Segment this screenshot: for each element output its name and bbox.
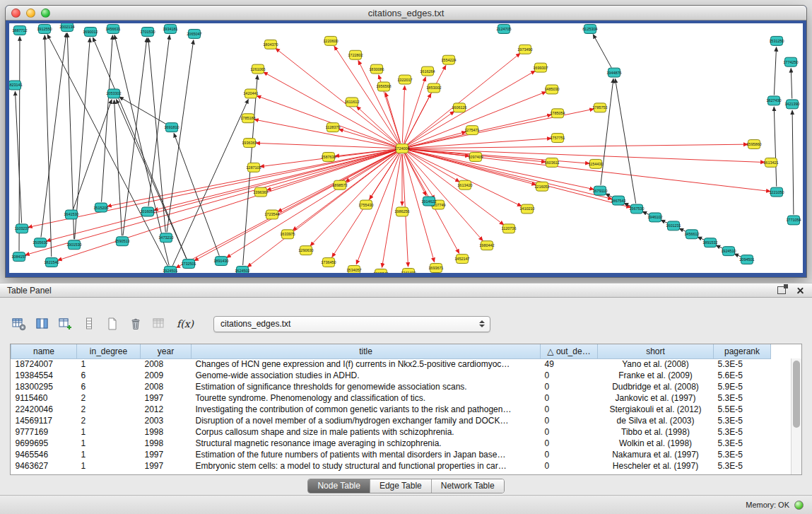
cell-out_degree[interactable]: 0 <box>541 392 598 404</box>
cell-out_degree[interactable]: 0 <box>541 370 598 381</box>
network-node[interactable]: 1128379 <box>326 123 341 132</box>
network-node[interactable]: 2016051 <box>140 207 155 216</box>
network-edge[interactable] <box>407 112 454 146</box>
float-panel-icon[interactable] <box>777 286 786 294</box>
close-panel-icon[interactable] <box>796 286 805 295</box>
cell-year[interactable]: 1998 <box>141 426 192 438</box>
network-node[interactable]: 1505630 <box>33 238 47 247</box>
cell-short[interactable]: Hescheler et al. (1997) <box>598 460 714 472</box>
network-node[interactable]: 2002134 <box>59 23 74 31</box>
network-node[interactable]: 1924501 <box>163 267 177 273</box>
network-edge[interactable] <box>172 100 248 266</box>
cell-out_degree[interactable]: 0 <box>541 404 598 415</box>
cell-name[interactable]: 22420046 <box>11 404 77 415</box>
cell-pagerank[interactable]: 5.9E-5 <box>714 381 771 392</box>
network-node[interactable]: 1732501 <box>181 259 196 269</box>
cell-in_degree[interactable]: 1 <box>77 438 141 449</box>
tab-node-table[interactable]: Node Table <box>308 479 370 493</box>
cell-out_degree[interactable]: 0 <box>541 415 598 426</box>
column-header-title[interactable]: title <box>192 344 541 358</box>
network-node[interactable]: 2053302 <box>106 89 121 98</box>
import-table-icon[interactable] <box>150 315 168 333</box>
network-node[interactable]: 1613420 <box>457 180 472 189</box>
cell-pagerank[interactable]: 5.3E-5 <box>714 438 771 449</box>
cell-in_degree[interactable]: 6 <box>77 381 141 392</box>
network-node[interactable]: 1934181 <box>163 24 177 33</box>
cell-in_degree[interactable]: 1 <box>77 449 141 460</box>
network-node[interactable]: 1986256 <box>394 207 409 216</box>
network-node[interactable]: 1830086 <box>369 64 384 74</box>
network-node[interactable]: 1420441 <box>243 89 258 98</box>
network-edge[interactable] <box>774 107 776 186</box>
title-bar[interactable]: citations_edges.txt <box>6 6 806 21</box>
network-node[interactable]: 1804370 <box>263 40 278 49</box>
network-node[interactable]: 1693671 <box>428 264 443 273</box>
minimize-button[interactable] <box>26 8 35 18</box>
cell-name[interactable]: 18724007 <box>11 358 77 370</box>
network-node[interactable]: 1595860 <box>746 140 761 149</box>
create-column-icon[interactable] <box>57 315 75 333</box>
network-edge[interactable] <box>174 134 219 256</box>
network-node[interactable]: 1613421 <box>763 158 778 167</box>
network-node[interactable]: 2065047 <box>187 29 201 38</box>
cell-title[interactable]: Corpus callosum shape and size in male p… <box>192 426 541 438</box>
network-edge[interactable] <box>310 153 398 246</box>
new-table-icon[interactable] <box>103 315 122 333</box>
network-node[interactable]: 1261065 <box>250 64 265 74</box>
network-node[interactable]: 1611612 <box>345 98 360 107</box>
cell-short[interactable]: de Silva et al. (2003) <box>598 415 714 426</box>
network-node[interactable]: 2094501 <box>739 255 754 264</box>
network-edge[interactable] <box>148 38 165 233</box>
table-mode-icon[interactable] <box>10 315 28 333</box>
cell-title[interactable]: Changes of HCN gene expression and I(f) … <box>192 358 541 370</box>
cell-name[interactable]: 9777169 <box>11 426 77 438</box>
cell-in_degree[interactable]: 2 <box>77 404 141 415</box>
table-row[interactable]: 1872400712008Changes of HCN gene express… <box>11 358 771 370</box>
network-edge[interactable] <box>774 47 776 95</box>
cell-in_degree[interactable]: 2 <box>77 415 141 426</box>
network-node[interactable]: 1757751 <box>550 134 565 143</box>
table-row[interactable]: 911546021997Tourette syndrome. Phenomeno… <box>11 392 771 404</box>
cell-short[interactable]: Nakamura et al. (1997) <box>598 449 714 460</box>
network-node[interactable]: 1515206 <box>93 203 108 212</box>
network-edge[interactable] <box>102 35 113 202</box>
cell-out_degree[interactable]: 0 <box>541 460 598 472</box>
network-edge[interactable] <box>256 143 396 148</box>
network-node[interactable]: 1396367 <box>253 187 268 197</box>
cell-pagerank[interactable]: 5.3E-5 <box>714 358 771 370</box>
cell-out_degree[interactable]: 49 <box>541 358 598 370</box>
cell-pagerank[interactable]: 5.3E-5 <box>714 415 771 426</box>
cell-pagerank[interactable]: 5.3E-5 <box>714 449 771 460</box>
network-edge[interactable] <box>257 96 396 147</box>
network-edge[interactable] <box>47 150 397 241</box>
cell-title[interactable]: Embryonic stem cells: a model to study s… <box>192 460 541 472</box>
network-node[interactable]: 1946102 <box>647 213 662 222</box>
cell-name[interactable]: 9463627 <box>11 460 77 472</box>
network-node[interactable]: 1691810 <box>164 123 179 132</box>
table-row[interactable]: 1456911722003Disruption of a novel membe… <box>11 415 771 426</box>
network-node[interactable]: 1823141 <box>9 81 23 90</box>
cell-year[interactable]: 2003 <box>141 415 192 426</box>
network-node[interactable]: 1724004 <box>394 144 409 153</box>
vertical-scrollbar[interactable] <box>791 358 801 474</box>
network-node[interactable]: 1554224 <box>441 55 456 64</box>
network-edge[interactable] <box>75 38 90 239</box>
cell-short[interactable]: Wolkin et al. (1998) <box>598 438 714 449</box>
network-node[interactable]: 1456612 <box>684 230 699 239</box>
network-edge[interactable] <box>47 35 167 266</box>
cell-title[interactable]: Estimation of the future numbers of pati… <box>192 449 541 460</box>
cell-title[interactable]: Genome-wide association studies in ADHD. <box>192 370 541 381</box>
network-node[interactable]: 1755430 <box>358 200 373 209</box>
network-node[interactable]: 1641530 <box>64 210 78 219</box>
network-edge[interactable] <box>615 78 635 203</box>
network-node[interactable]: 1701530 <box>140 27 155 36</box>
table-row[interactable]: 1830029562008Estimation of significance … <box>11 381 771 392</box>
network-node[interactable]: 1867543 <box>611 196 625 205</box>
network-edge[interactable] <box>593 35 611 68</box>
cell-in_degree[interactable]: 1 <box>77 460 141 472</box>
network-canvas[interactable]: 1724004185300216061261275471109740916134… <box>9 23 803 273</box>
network-node[interactable]: 8125304 <box>582 24 597 33</box>
cell-short[interactable]: Jankovic et al. (1997) <box>598 392 714 404</box>
table-row[interactable]: 977716911998Corpus callosum shape and si… <box>11 426 771 438</box>
network-node[interactable]: 1606126 <box>452 103 466 112</box>
